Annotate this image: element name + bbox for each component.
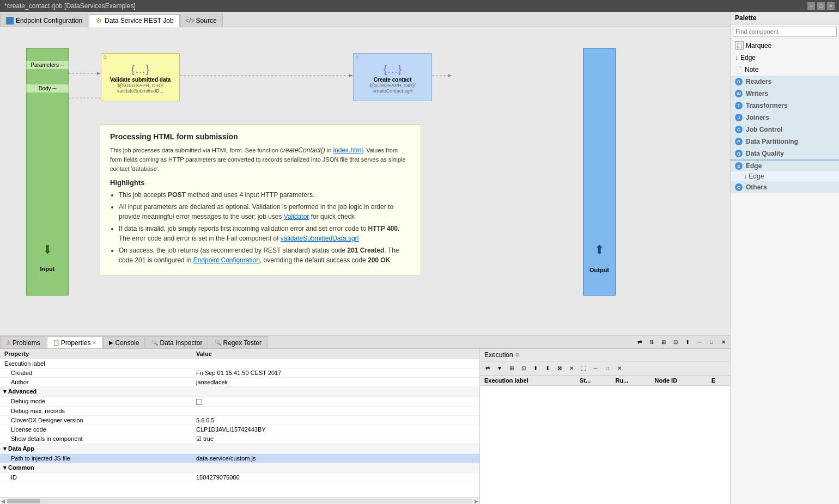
job-tab-label: Data Service REST Job	[105, 17, 174, 24]
highlight-4: On success, the job returns (as recommen…	[119, 245, 411, 265]
minimize-button[interactable]: –	[807, 2, 815, 10]
props-toolbar-btn-8[interactable]: ✕	[718, 336, 729, 347]
prop-row-injected-js[interactable]: Path to injected JS file data-service/cu…	[0, 453, 479, 463]
properties-table[interactable]: Property Value Execution label	[0, 349, 479, 497]
palette-section-data-quality[interactable]: Q Data Quality	[731, 147, 839, 159]
tab-source[interactable]: </> Source	[180, 14, 223, 27]
source-tab-icon: </>	[186, 17, 194, 24]
tab-problems[interactable]: ⚠ Problems	[0, 336, 46, 348]
palette-section-others[interactable]: O Others	[731, 181, 839, 193]
bottom-content: Property Value Execution label	[0, 349, 730, 504]
exec-toolbar-btn-7[interactable]: ⊠	[554, 363, 565, 374]
prop-value-debug-mode	[192, 397, 479, 407]
palette-item-note[interactable]: 📄 Note	[731, 64, 839, 76]
exec-toolbar-btn-2[interactable]: ▼	[494, 363, 505, 374]
exec-toolbar-btn-3[interactable]: ⊞	[506, 363, 517, 374]
exec-toolbar-btn-10[interactable]: ─	[590, 363, 601, 374]
prop-group-data-app: ▾ Data App	[0, 444, 479, 453]
props-toolbar-btn-4[interactable]: ⊡	[670, 336, 681, 347]
maximize-button[interactable]: □	[817, 2, 825, 10]
execution-panel-header: Execution ⊠	[480, 349, 730, 361]
exec-toolbar-btn-8[interactable]: ✕	[566, 363, 577, 374]
palette-section-writers[interactable]: W Writers	[731, 88, 839, 100]
palette-header: Palette	[731, 12, 839, 24]
validate-node-sublabel: ${SUBGRAPH_DIR}/validateSubmittedD...	[117, 83, 164, 94]
prop-row-show-details: Show details in component ☑ true	[0, 434, 479, 444]
palette-search-input[interactable]	[733, 27, 837, 36]
execution-panel: Execution ⊠ ⇄ ▼ ⊞ ⊡ ⬆ ⬇ ⊠ ✕ ⛶ ─ □	[479, 349, 730, 504]
close-button[interactable]: ×	[827, 2, 835, 10]
output-node[interactable]: ⬆ Output	[583, 48, 616, 296]
palette-section-job-control[interactable]: C Job Control	[731, 124, 839, 136]
prop-label-cloverdx-version: CloverDX Designer version	[0, 415, 192, 425]
canvas[interactable]: 0 0 Parameters ─ Body ─ ⬇ Input 0 {…} Va…	[0, 27, 730, 335]
input-node[interactable]: Parameters ─ Body ─ ⬇ Input	[26, 48, 69, 296]
exec-toolbar-btn-11[interactable]: □	[602, 363, 613, 374]
palette-section-data-partitioning[interactable]: P Data Partitioning	[731, 136, 839, 147]
prop-row-debug-mode: Debug mode	[0, 397, 479, 407]
create-node[interactable]: 0 {…} Create contact ${SUBGRAPH_DIR}/cre…	[353, 53, 432, 101]
prop-value-id: 1504279075080	[192, 472, 479, 482]
title-bar-controls: – □ ×	[807, 2, 835, 10]
index-html-link[interactable]: index.html	[333, 146, 363, 154]
palette-section-transformers[interactable]: T Transformers	[731, 100, 839, 112]
input-node-icon: ⬇	[42, 243, 52, 257]
exec-toolbar-btn-5[interactable]: ⬆	[530, 363, 541, 374]
palette-item-edge[interactable]: ↓ Edge	[731, 52, 839, 64]
inspector-tab-icon: 🔍	[151, 340, 158, 346]
endpoint-config-link[interactable]: Endpoint Configuration	[193, 256, 260, 264]
prop-row-advanced[interactable]: ▾ Advanced	[0, 387, 479, 397]
exec-toolbar-btn-4[interactable]: ⊡	[518, 363, 529, 374]
validator-link[interactable]: Validator	[284, 213, 309, 220]
scroll-left-arrow[interactable]: ◀	[0, 499, 6, 504]
edge-section-icon: E	[735, 162, 743, 170]
exec-toolbar-btn-1[interactable]: ⇄	[482, 363, 493, 374]
prop-label-debug-max-records: Debug max. records	[0, 406, 192, 415]
endpoint-tab-icon	[6, 17, 14, 24]
prop-row-license-code: License code CLP1DJAVLI15742443BY	[0, 425, 479, 434]
tab-regex-tester[interactable]: 🔍 Regex Tester	[209, 336, 267, 348]
exec-toolbar-btn-6[interactable]: ⬇	[542, 363, 553, 374]
horizontal-scrollbar[interactable]: ◀ ▶	[0, 497, 479, 504]
others-section-icon: O	[735, 183, 743, 191]
prop-col-property: Property	[0, 349, 192, 359]
prop-row-id: ID 1504279075080	[0, 472, 479, 482]
execution-table: Execution label St... Ru... Node ID E	[480, 376, 730, 504]
writers-section-icon: W	[735, 90, 743, 97]
validate-node[interactable]: 0 {…} Validate submitted data ${SUBGRAPH…	[101, 53, 180, 101]
exec-toolbar-btn-close[interactable]: ✕	[614, 363, 625, 374]
tab-data-inspector[interactable]: 🔍 Data Inspector	[145, 336, 208, 348]
tab-properties[interactable]: 📋 Properties ✕	[47, 336, 103, 348]
prop-value-created: Fri Sep 01 15:41:50 CEST 2017	[192, 368, 479, 378]
bottom-tabs: ⚠ Problems 📋 Properties ✕ ▶ Console 🔍 Da…	[0, 336, 730, 349]
prop-row-data-app[interactable]: ▾ Data App	[0, 444, 479, 453]
props-toolbar-btn-6[interactable]: ─	[694, 336, 705, 347]
palette-section-readers[interactable]: R Readers	[731, 76, 839, 88]
desc-intro: This job processes data submitted via HT…	[110, 145, 411, 173]
palette-label-edge-section: Edge	[746, 162, 762, 170]
props-toolbar-btn-5[interactable]: ⬆	[682, 336, 693, 347]
palette-section-joiners[interactable]: J Joiners	[731, 112, 839, 124]
scroll-right-arrow[interactable]: ▶	[473, 499, 479, 504]
props-toolbar-btn-7[interactable]: □	[706, 336, 717, 347]
regex-tab-label: Regex Tester	[223, 339, 261, 347]
tab-console[interactable]: ▶ Console	[103, 336, 145, 348]
tab-endpoint-configuration[interactable]: Endpoint Configuration	[0, 14, 88, 27]
prop-group-advanced: ▾ Advanced	[0, 387, 479, 397]
exec-toolbar-btn-9[interactable]: ⛶	[578, 363, 589, 374]
palette-section-edge-highlighted[interactable]: E Edge	[731, 159, 839, 171]
desc-title: Processing HTML form submission	[110, 132, 411, 141]
regex-tab-icon: 🔍	[215, 340, 221, 346]
tab-data-service-rest-job[interactable]: ⚙ Data Service REST Job	[89, 14, 180, 27]
props-toolbar-btn-2[interactable]: ⇅	[646, 336, 657, 347]
marquee-icon: ⬚	[735, 41, 744, 50]
properties-tab-close[interactable]: ✕	[92, 340, 96, 346]
properties-tab-label: Properties	[61, 339, 91, 347]
scrollbar-thumb[interactable]	[7, 499, 40, 503]
props-toolbar-btn-3[interactable]: ⊞	[658, 336, 669, 347]
prop-row-common[interactable]: ▾ Common	[0, 463, 479, 472]
validate-sgrf-link[interactable]: validateSubmittedData.sgrf	[281, 235, 359, 242]
palette-item-marquee[interactable]: ⬚ Marquee	[731, 39, 839, 52]
palette-edge-subitem[interactable]: ↓ Edge	[731, 171, 839, 181]
props-toolbar-btn-1[interactable]: ⇄	[634, 336, 645, 347]
